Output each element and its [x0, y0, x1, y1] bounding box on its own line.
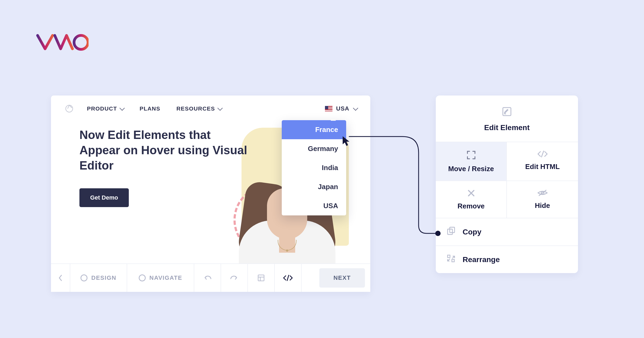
ctx-remove-label: Remove	[458, 202, 485, 210]
ctx-copy-label: Copy	[463, 228, 481, 236]
chevron-down-icon	[217, 105, 223, 111]
ctx-hide-label: Hide	[535, 201, 550, 210]
toolbar-next-button[interactable]: NEXT	[319, 268, 365, 288]
svg-point-0	[74, 35, 88, 49]
site-logo-icon	[64, 103, 74, 114]
toolbar-redo[interactable]	[221, 264, 248, 292]
dropdown-item-label: India	[322, 164, 338, 172]
dropdown-item-label: USA	[323, 202, 338, 210]
preview-topnav: PRODUCT PLANS RESOURCES USA	[51, 95, 370, 122]
undo-icon	[203, 275, 212, 281]
rearrange-icon	[447, 254, 456, 265]
dropdown-item-france[interactable]: France	[282, 120, 346, 139]
dropdown-item-label: France	[315, 126, 338, 134]
ctx-edit-element-label: Edit Element	[484, 123, 530, 132]
toolbar-navigate-label: NAVIGATE	[149, 274, 182, 281]
ctx-hide[interactable]: Hide	[507, 181, 578, 218]
code-icon	[283, 275, 293, 281]
copy-icon	[447, 226, 456, 237]
get-demo-button[interactable]: Get Demo	[79, 188, 129, 207]
editor-toolbar: DESIGN NAVIGATE NEXT	[51, 263, 370, 292]
radio-icon	[80, 274, 87, 281]
svg-point-1	[66, 105, 73, 112]
nav-resources[interactable]: RESOURCES	[176, 105, 221, 112]
dropdown-item-germany[interactable]: Germany	[282, 139, 346, 158]
redo-icon	[230, 275, 239, 281]
edit-html-icon	[537, 150, 548, 159]
hide-icon	[537, 189, 548, 198]
remove-icon	[467, 189, 475, 198]
ctx-edit-element[interactable]: Edit Element	[436, 95, 578, 142]
toolbar-spacer	[302, 264, 319, 292]
ctx-move-resize[interactable]: Move / Resize	[436, 142, 507, 181]
dropdown-item-label: Japan	[318, 183, 338, 191]
toolbar-navigate-mode[interactable]: NAVIGATE	[127, 264, 194, 292]
chevron-down-icon	[353, 105, 358, 111]
ctx-move-resize-label: Move / Resize	[448, 165, 494, 173]
ctx-edit-html[interactable]: Edit HTML	[507, 142, 578, 181]
toolbar-next-label: NEXT	[334, 274, 351, 281]
svg-rect-12	[452, 259, 454, 262]
chevron-left-icon	[58, 274, 63, 282]
country-selector[interactable]: USA	[325, 105, 357, 112]
toolbar-back[interactable]	[51, 264, 70, 292]
toolbar-design-label: DESIGN	[91, 274, 116, 281]
nav-resources-label: RESOURCES	[176, 105, 215, 112]
svg-rect-11	[448, 255, 450, 258]
toolbar-design-mode[interactable]: DESIGN	[70, 264, 127, 292]
radio-icon	[139, 274, 146, 281]
dropdown-item-india[interactable]: India	[282, 158, 346, 177]
cta-label: Get Demo	[90, 194, 118, 201]
editor-preview-card: PRODUCT PLANS RESOURCES USA Now Edit Ele…	[51, 95, 370, 292]
nav-product-label: PRODUCT	[87, 105, 117, 112]
context-menu-panel: Edit Element Move / Resize Edit HTML Rem…	[436, 95, 578, 273]
country-dropdown: France Germany India Japan USA	[282, 120, 346, 215]
country-label: USA	[336, 105, 349, 112]
flag-us-icon	[325, 106, 332, 111]
ctx-rearrange[interactable]: Rearrange	[436, 246, 578, 273]
svg-rect-2	[258, 275, 264, 281]
toolbar-undo[interactable]	[194, 264, 221, 292]
dropdown-item-usa[interactable]: USA	[282, 196, 346, 215]
vwo-logo	[35, 32, 89, 55]
chevron-down-icon	[119, 105, 125, 111]
dropdown-item-japan[interactable]: Japan	[282, 177, 346, 196]
toolbar-code[interactable]	[275, 264, 302, 292]
ctx-copy[interactable]: Copy	[436, 218, 578, 246]
ctx-edit-html-label: Edit HTML	[525, 163, 560, 171]
hero-headline: Now Edit Elements that Appear on Hover u…	[79, 127, 251, 173]
edit-icon	[502, 106, 512, 118]
ctx-remove[interactable]: Remove	[436, 181, 507, 218]
nav-plans[interactable]: PLANS	[140, 105, 160, 112]
ctx-rearrange-label: Rearrange	[463, 255, 500, 264]
dropdown-item-label: Germany	[308, 145, 338, 153]
move-resize-icon	[466, 150, 476, 161]
toolbar-structure[interactable]	[248, 264, 275, 292]
layout-icon	[258, 274, 265, 281]
nav-plans-label: PLANS	[140, 105, 160, 112]
cursor-pointer-icon	[342, 136, 352, 148]
nav-product[interactable]: PRODUCT	[87, 105, 123, 112]
